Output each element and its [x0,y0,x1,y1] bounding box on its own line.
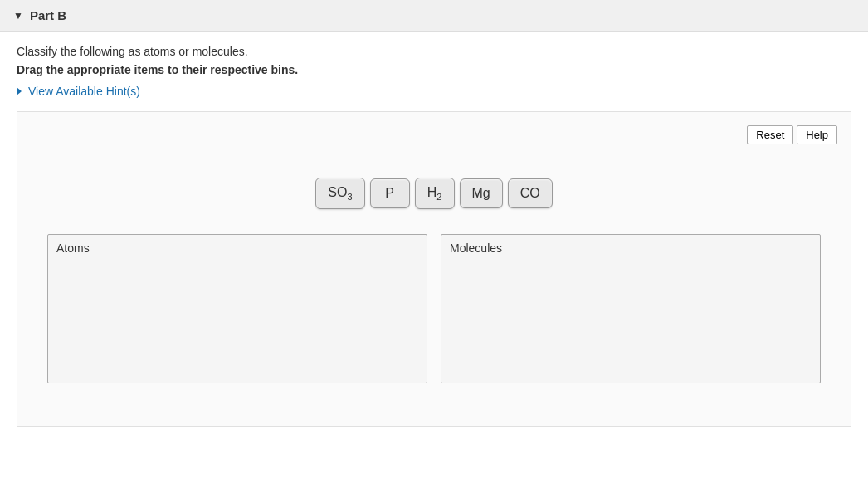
drag-item-h2[interactable]: H2 [415,178,455,209]
hint-link[interactable]: View Available Hint(s) [17,85,851,98]
bin-molecules-label: Molecules [450,241,812,255]
drag-item-p[interactable]: P [370,178,410,208]
hint-arrow-icon [17,87,22,95]
drag-item-mg[interactable]: Mg [460,178,503,208]
instruction-line2: Drag the appropriate items to their resp… [17,63,851,76]
items-row: SO3 P H2 Mg CO [31,178,837,209]
bin-atoms[interactable]: Atoms [47,234,427,383]
drag-item-so3[interactable]: SO3 [315,178,364,209]
top-buttons: Reset Help [31,125,837,144]
collapse-icon[interactable]: ▼ [13,10,23,22]
part-header: ▼ Part B [0,0,868,32]
drag-item-co[interactable]: CO [508,178,553,208]
instruction-line1: Classify the following as atoms or molec… [17,45,851,58]
part-title: Part B [30,8,66,22]
bins-row: Atoms Molecules [31,234,837,383]
help-button[interactable]: Help [797,125,837,144]
bin-atoms-label: Atoms [56,241,418,255]
part-content: Classify the following as atoms or molec… [0,32,868,440]
reset-button[interactable]: Reset [747,125,793,144]
hint-label: View Available Hint(s) [28,85,140,98]
drag-area: Reset Help SO3 P H2 Mg CO Atoms Molecule… [17,111,851,427]
bin-molecules[interactable]: Molecules [441,234,821,383]
